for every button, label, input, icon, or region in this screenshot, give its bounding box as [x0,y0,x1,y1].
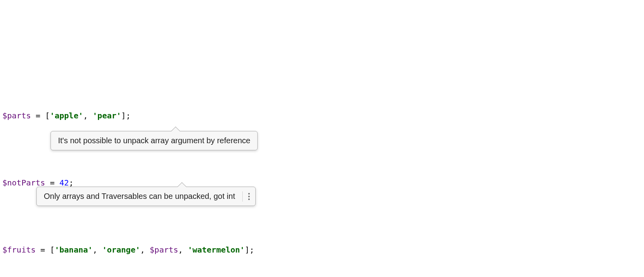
variable-parts: $parts [2,111,31,120]
variable-parts-ref: $parts [150,245,178,255]
variable-notparts: $notParts [2,178,45,187]
code-line: $parts = ['apple', 'pear']; [2,109,644,122]
punct: ; [69,178,74,187]
tooltip-message: It's not possible to unpack array argume… [58,135,250,146]
punct: = [ [31,111,50,120]
string-literal: 'watermelon' [188,245,245,255]
number-literal: 42 [60,178,69,187]
string-literal: 'banana' [54,245,92,255]
inspection-tooltip-error[interactable]: It's not possible to unpack array argume… [51,131,258,150]
inspection-tooltip-warning[interactable]: Only arrays and Traversables can be unpa… [36,187,256,206]
punct: = [45,178,59,187]
string-literal: 'apple' [50,111,83,120]
tooltip-arrow [171,127,180,136]
punct: , [140,245,150,255]
punct: ]; [121,111,131,120]
code-editor[interactable]: $parts = ['apple', 'pear']; $notParts = … [0,0,644,277]
code-line: $fruits = ['banana', 'orange', $parts, '… [2,243,644,256]
punct: = [ [36,245,54,255]
punct: ]; [245,245,254,255]
string-literal: 'orange' [102,245,140,255]
more-actions-icon[interactable] [242,191,250,202]
tooltip-message: Only arrays and Traversables can be unpa… [44,191,235,202]
punct: , [178,245,188,255]
variable-fruits: $fruits [2,245,36,255]
punct: , [83,111,93,120]
string-literal: 'pear' [93,111,121,120]
punct: , [93,245,102,255]
